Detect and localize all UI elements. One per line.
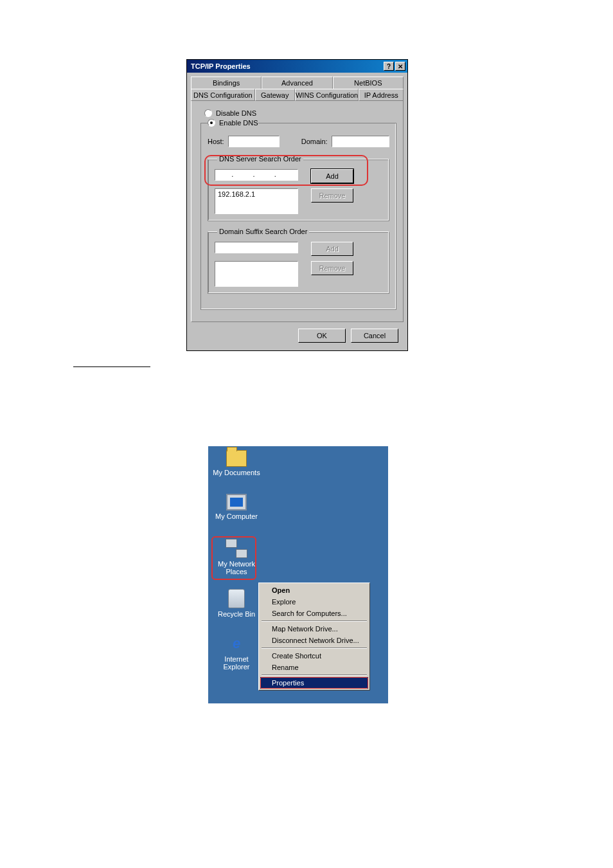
tab-dns-configuration[interactable]: DNS Configuration bbox=[191, 89, 255, 101]
dialog-button-row: OK Cancel bbox=[187, 322, 407, 350]
suffix-group-legend: Domain Suffix Search Order bbox=[217, 228, 309, 235]
menu-rename[interactable]: Rename bbox=[260, 662, 368, 673]
radio-disable-label: Disable DNS bbox=[216, 109, 256, 117]
menu-separator bbox=[262, 674, 367, 676]
menu-map-drive[interactable]: Map Network Drive... bbox=[260, 623, 368, 635]
ok-button[interactable]: OK bbox=[298, 329, 346, 343]
menu-separator bbox=[262, 620, 367, 622]
tcpip-properties-dialog: TCP/IP Properties ? ✕ Bindings Advanced … bbox=[186, 59, 408, 351]
dns-list-item: 192.168.2.1 bbox=[218, 190, 295, 198]
desktop-icon-recycle[interactable]: Recycle Bin bbox=[211, 589, 262, 618]
dns-ip-input[interactable]: . . . bbox=[215, 169, 298, 181]
dns-remove-button[interactable]: Remove bbox=[311, 188, 353, 203]
desktop-icon-network[interactable]: My Network Places bbox=[211, 539, 262, 575]
desktop-icon-computer[interactable]: My Computer bbox=[211, 494, 262, 520]
close-button[interactable]: ✕ bbox=[395, 62, 405, 71]
context-menu: Open Explore Search for Computers... Map… bbox=[258, 583, 370, 691]
radio-enable-label: Enable DNS bbox=[219, 119, 258, 127]
tab-netbios[interactable]: NetBIOS bbox=[333, 77, 404, 89]
radio-enable-dns[interactable]: Enable DNS bbox=[208, 119, 258, 127]
tab-advanced[interactable]: Advanced bbox=[262, 77, 332, 89]
icon-label: Recycle Bin bbox=[211, 610, 262, 618]
domain-input[interactable] bbox=[332, 136, 389, 147]
titlebar-text: TCP/IP Properties bbox=[191, 62, 382, 70]
menu-explore[interactable]: Explore bbox=[260, 596, 368, 608]
menu-properties[interactable]: Properties bbox=[260, 677, 368, 689]
tab-gateway[interactable]: Gateway bbox=[255, 89, 295, 101]
suffix-input[interactable] bbox=[215, 242, 298, 253]
help-button[interactable]: ? bbox=[384, 62, 394, 71]
monitor-icon bbox=[226, 494, 247, 511]
internet-explorer-icon: e bbox=[227, 634, 246, 653]
menu-search[interactable]: Search for Computers... bbox=[260, 608, 368, 619]
desktop-icon-ie[interactable]: e Internet Explorer bbox=[211, 634, 262, 671]
dns-search-order-group: DNS Server Search Order . . . Add 192.16… bbox=[208, 155, 389, 221]
dns-add-button[interactable]: Add bbox=[311, 169, 353, 183]
tab-body: Disable DNS Enable DNS Host: Domain: bbox=[191, 101, 404, 322]
menu-create-shortcut[interactable]: Create Shortcut bbox=[260, 650, 368, 662]
icon-label: My Documents bbox=[211, 469, 262, 476]
desktop-screenshot: My Documents My Computer My Network Plac… bbox=[208, 446, 388, 703]
recycle-bin-icon bbox=[228, 589, 245, 608]
radio-icon bbox=[208, 119, 215, 127]
close-icon: ✕ bbox=[398, 63, 403, 70]
suffix-add-button[interactable]: Add bbox=[311, 242, 353, 256]
desktop-icon-documents[interactable]: My Documents bbox=[211, 450, 262, 476]
menu-disconnect-drive[interactable]: Disconnect Network Drive... bbox=[260, 635, 368, 646]
radio-disable-dns[interactable]: Disable DNS bbox=[204, 109, 394, 117]
dns-list[interactable]: 192.168.2.1 bbox=[215, 188, 298, 214]
menu-separator bbox=[262, 647, 367, 649]
network-icon bbox=[226, 539, 247, 558]
domain-label: Domain: bbox=[301, 138, 328, 145]
suffix-list[interactable] bbox=[215, 261, 298, 287]
radio-icon bbox=[204, 109, 212, 117]
dns-group-legend: DNS Server Search Order bbox=[217, 155, 303, 163]
folder-icon bbox=[226, 450, 247, 467]
tab-bindings[interactable]: Bindings bbox=[191, 77, 262, 89]
host-input[interactable] bbox=[228, 136, 280, 147]
menu-open[interactable]: Open bbox=[260, 584, 368, 596]
tabstrip: Bindings Advanced NetBIOS DNS Configurat… bbox=[191, 77, 404, 322]
tab-wins-configuration[interactable]: WINS Configuration bbox=[295, 89, 359, 101]
icon-label: My Network Places bbox=[211, 560, 262, 575]
icon-label: Internet Explorer bbox=[211, 655, 262, 671]
host-label: Host: bbox=[208, 138, 224, 145]
titlebar[interactable]: TCP/IP Properties ? ✕ bbox=[187, 60, 407, 73]
tab-ip-address[interactable]: IP Address bbox=[359, 89, 404, 101]
enable-dns-group: Enable DNS Host: Domain: DNS Server Sear… bbox=[200, 119, 396, 310]
cancel-button[interactable]: Cancel bbox=[351, 329, 398, 343]
suffix-remove-button[interactable]: Remove bbox=[311, 261, 353, 275]
document-underline bbox=[73, 366, 150, 367]
icon-label: My Computer bbox=[211, 512, 262, 520]
domain-suffix-group: Domain Suffix Search Order Add Remove bbox=[208, 228, 389, 294]
